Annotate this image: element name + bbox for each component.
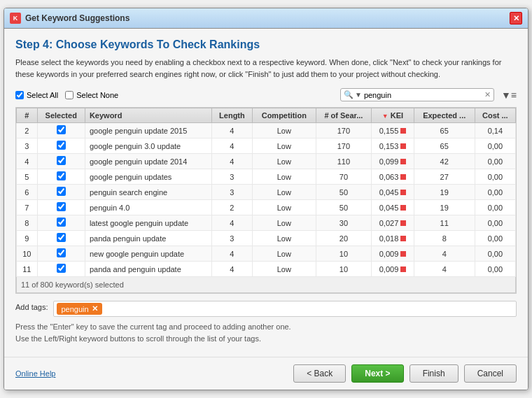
cell-cost: 0,00 (475, 262, 515, 277)
filter-icon[interactable]: ▼≡ (501, 90, 517, 101)
cell-competition: Low (253, 200, 316, 215)
cell-kei: 0,063 (372, 169, 414, 185)
kei-indicator (400, 159, 406, 164)
cell-num: 11 (17, 262, 38, 277)
col-length: Length (211, 108, 252, 123)
cell-kei: 0,009 (372, 262, 414, 277)
cell-searches: 170 (316, 138, 372, 154)
table-row: 3 google penguin 3.0 update 4 Low 170 0,… (17, 138, 516, 154)
cell-searches: 110 (316, 154, 372, 169)
cell-searches: 50 (316, 185, 372, 200)
table-row: 10 new google penguin update 4 Low 10 0,… (17, 246, 516, 262)
search-clear-icon[interactable]: ✕ (484, 90, 491, 99)
cancel-button[interactable]: Cancel (464, 364, 517, 383)
table-row: 4 google penguin update 2014 4 Low 110 0… (17, 154, 516, 169)
next-button[interactable]: Next > (351, 364, 403, 383)
keywords-table: # Selected Keyword Length Competition # … (16, 108, 516, 277)
tags-hint: Press the "Enter" key to save the curren… (15, 321, 517, 344)
cell-num: 2 (17, 123, 38, 138)
close-button[interactable]: ✕ (510, 12, 522, 24)
cell-competition: Low (253, 138, 316, 154)
cell-expected: 42 (414, 154, 475, 169)
cell-num: 4 (17, 154, 38, 169)
kei-indicator (400, 205, 406, 211)
cell-cost: 0,00 (475, 185, 515, 200)
cell-cost: 0,14 (475, 123, 515, 138)
cell-keyword: panda penguin update (85, 231, 211, 246)
cell-selected[interactable] (37, 169, 85, 185)
cell-length: 4 (211, 123, 252, 138)
window-title: Get Keyword Suggestions (25, 13, 130, 23)
search-dropdown[interactable]: ▼ (355, 91, 362, 99)
kei-indicator (400, 251, 406, 257)
cell-kei: 0,045 (372, 185, 414, 200)
cell-selected[interactable] (37, 138, 85, 154)
cell-cost: 0,00 (475, 200, 515, 215)
app-icon: K (10, 13, 21, 24)
step-description: Please select the keywords you need by e… (15, 57, 517, 80)
cell-competition: Low (253, 154, 316, 169)
online-help-link[interactable]: Online Help (15, 369, 55, 378)
search-icon: 🔍 (344, 90, 354, 99)
footer-buttons: < Back Next > Finish Cancel (293, 364, 517, 383)
back-button[interactable]: < Back (293, 364, 346, 383)
tags-input-area[interactable]: penguin ✕ (53, 301, 517, 317)
select-none-checkbox[interactable]: Select None (65, 91, 118, 99)
title-bar-left: K Get Keyword Suggestions (10, 13, 130, 24)
cell-length: 3 (211, 185, 252, 200)
cell-searches: 10 (316, 262, 372, 277)
table-row: 7 penguin 4.0 2 Low 50 0,045 19 0,00 (17, 200, 516, 215)
cell-searches: 20 (316, 231, 372, 246)
col-num: # (17, 108, 38, 123)
table-row: 6 penguin search engine 3 Low 50 0,045 1… (17, 185, 516, 200)
footer: Online Help < Back Next > Finish Cancel (4, 357, 528, 390)
cell-selected[interactable] (37, 231, 85, 246)
search-input[interactable] (364, 91, 482, 99)
cell-length: 2 (211, 200, 252, 215)
cell-num: 8 (17, 215, 38, 231)
toolbar: Select All Select None 🔍 ▼ ✕ ▼≡ (15, 88, 517, 101)
cell-length: 4 (211, 154, 252, 169)
cell-selected[interactable] (37, 246, 85, 262)
cell-kei: 0,099 (372, 154, 414, 169)
cell-competition: Low (253, 262, 316, 277)
tag-close-icon[interactable]: ✕ (92, 304, 98, 313)
cell-kei: 0,027 (372, 215, 414, 231)
cell-selected[interactable] (37, 262, 85, 277)
cell-expected: 27 (414, 169, 475, 185)
cell-num: 7 (17, 200, 38, 215)
cell-cost: 0,00 (475, 169, 515, 185)
cell-selected[interactable] (37, 123, 85, 138)
finish-button[interactable]: Finish (410, 364, 458, 383)
cell-selected[interactable] (37, 154, 85, 169)
cell-keyword: google penguin update 2015 (85, 123, 211, 138)
cell-kei: 0,155 (372, 123, 414, 138)
table-header-row: # Selected Keyword Length Competition # … (17, 108, 516, 123)
cell-competition: Low (253, 123, 316, 138)
cell-selected[interactable] (37, 200, 85, 215)
cell-num: 3 (17, 138, 38, 154)
cell-keyword: google penguin 3.0 update (85, 138, 211, 154)
col-expected: Expected ... (414, 108, 475, 123)
cell-kei: 0,018 (372, 231, 414, 246)
kei-indicator (400, 143, 406, 149)
cell-cost: 0,00 (475, 231, 515, 246)
cell-searches: 70 (316, 169, 372, 185)
table-row: 11 panda and penguin update 4 Low 10 0,0… (17, 262, 516, 277)
cell-expected: 19 (414, 200, 475, 215)
kei-indicator (400, 174, 406, 180)
cell-selected[interactable] (37, 185, 85, 200)
cell-cost: 0,00 (475, 215, 515, 231)
col-competition: Competition (253, 108, 316, 123)
cell-length: 3 (211, 231, 252, 246)
table-row: 9 panda penguin update 3 Low 20 0,018 8 … (17, 231, 516, 246)
tag-label: penguin (61, 305, 88, 313)
cell-expected: 8 (414, 231, 475, 246)
main-window: K Get Keyword Suggestions ✕ Step 4: Choo… (4, 8, 528, 390)
status-text: 11 of 800 keyword(s) selected (21, 280, 124, 289)
tags-section: Add tags: penguin ✕ (15, 301, 517, 317)
col-kei[interactable]: ▼ KEI (372, 108, 414, 123)
cell-keyword: panda and penguin update (85, 262, 211, 277)
cell-selected[interactable] (37, 215, 85, 231)
select-all-checkbox[interactable]: Select All (15, 91, 58, 99)
